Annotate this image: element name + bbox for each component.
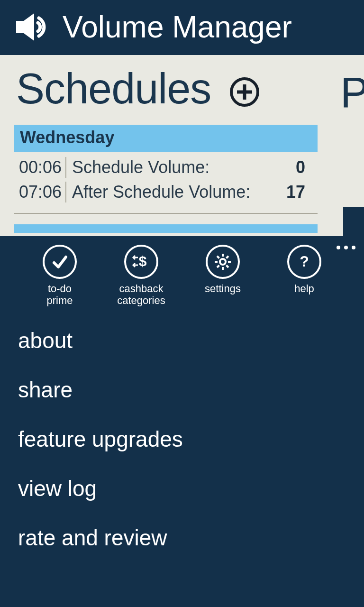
menu-item-share[interactable]: share — [18, 377, 364, 403]
schedule-value: 17 — [286, 182, 313, 202]
menu-item-view-log[interactable]: view log — [18, 476, 364, 501]
schedule-label: Schedule Volume: — [72, 157, 289, 177]
check-icon — [43, 245, 77, 279]
add-schedule-button[interactable] — [230, 77, 259, 107]
appbar-label: settings — [205, 283, 241, 294]
svg-point-7 — [220, 259, 226, 265]
schedule-time: 07:06 — [19, 182, 64, 202]
schedule-time: 00:06 — [19, 157, 64, 177]
row-divider — [65, 182, 66, 202]
gear-icon — [206, 245, 240, 279]
menu-item-about[interactable]: about — [18, 328, 364, 353]
day-header: Wednesday — [14, 125, 318, 152]
menu-item-feature-upgrades[interactable]: feature upgrades — [18, 426, 364, 452]
pivot-content: Schedules P Wednesday 00:06 Schedule Vol… — [0, 55, 364, 236]
schedule-value: 0 — [289, 157, 313, 177]
appbar-icons: to-do prime $ cashback categories — [0, 236, 364, 312]
appbar-item-help[interactable]: ? help — [278, 245, 330, 307]
pivot-next-peek[interactable]: P — [340, 68, 364, 117]
appbar-menu: about share feature upgrades view log ra… — [0, 312, 364, 551]
menu-item-rate-and-review[interactable]: rate and review — [18, 525, 364, 551]
svg-marker-1 — [24, 13, 34, 41]
app-bar: to-do prime $ cashback categories — [0, 236, 364, 551]
plus-icon — [235, 83, 254, 101]
svg-text:$: $ — [139, 253, 147, 269]
svg-rect-0 — [16, 21, 24, 33]
schedule-label: After Schedule Volume: — [72, 182, 286, 202]
appbar-more-button[interactable] — [337, 246, 355, 249]
row-divider — [65, 157, 66, 178]
svg-line-13 — [227, 266, 229, 268]
next-day-peek — [14, 224, 318, 233]
question-icon: ? — [287, 245, 321, 279]
svg-line-12 — [217, 256, 219, 258]
cashback-icon: $ — [124, 245, 158, 279]
schedule-row: 00:06 Schedule Volume: 0 — [19, 155, 313, 180]
schedule-row: 07:06 After Schedule Volume: 17 — [19, 180, 313, 204]
pivot-header: Schedules — [0, 55, 364, 125]
svg-line-14 — [217, 266, 219, 268]
appbar-label: to-do prime — [34, 283, 86, 307]
appbar-item-cashback-categories[interactable]: $ cashback categories — [115, 245, 167, 307]
app-title: Volume Manager — [63, 9, 292, 45]
appbar-label: cashback categories — [115, 283, 167, 307]
schedule-card[interactable]: Wednesday 00:06 Schedule Volume: 0 07:06… — [14, 125, 318, 233]
appbar-item-todo-prime[interactable]: to-do prime — [34, 245, 86, 307]
schedule-rows: 00:06 Schedule Volume: 0 07:06 After Sch… — [14, 152, 318, 214]
speaker-icon — [14, 12, 49, 42]
app-header: Volume Manager — [0, 0, 364, 55]
svg-line-15 — [227, 256, 229, 258]
svg-text:?: ? — [300, 253, 309, 270]
appbar-label: help — [294, 283, 314, 294]
pivot-title-schedules[interactable]: Schedules — [16, 64, 211, 113]
appbar-item-settings[interactable]: settings — [197, 245, 249, 307]
